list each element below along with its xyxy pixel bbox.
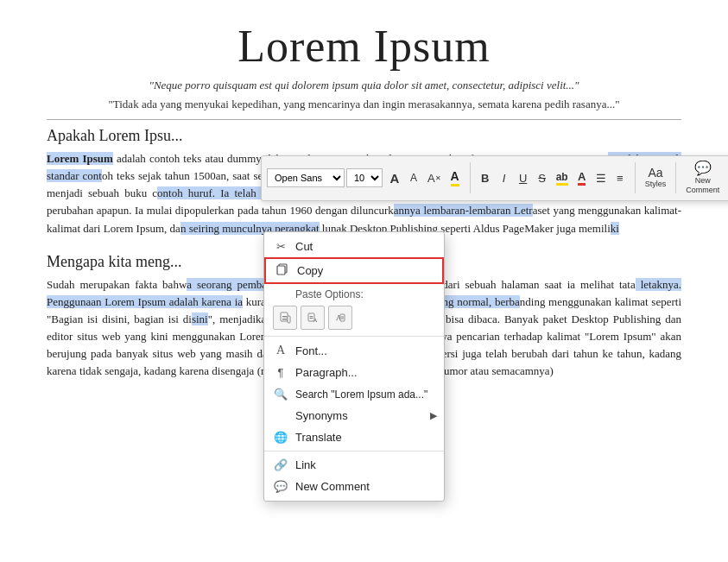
svg-text:A: A: [313, 318, 318, 323]
italic-button[interactable]: I: [496, 168, 513, 187]
svg-rect-11: [282, 319, 287, 320]
ctx-separator-1: [264, 336, 444, 337]
svg-rect-15: [310, 316, 313, 317]
context-menu-paragraph[interactable]: ¶ Paragraph...: [264, 362, 444, 383]
new-comment-button[interactable]: 💬 NewComment: [682, 160, 723, 197]
bullets-button[interactable]: ☰: [592, 168, 610, 187]
svg-rect-20: [341, 317, 344, 318]
context-menu-cut[interactable]: ✂ Cut: [264, 236, 444, 257]
font-size-select[interactable]: 10.5: [346, 168, 383, 187]
paste-keep-text-only[interactable]: A: [328, 306, 352, 330]
toolbar-divider-1: [470, 162, 471, 193]
svg-rect-9: [277, 266, 285, 275]
strikethrough-button[interactable]: S: [534, 168, 551, 187]
new-comment-ctx-label: New Comment: [295, 480, 370, 493]
new-comment-ctx-icon: 💬: [273, 480, 288, 493]
font-family-select[interactable]: Open Sans: [267, 168, 345, 187]
subtitle-normal: "Tidak ada yang menyukai kepedihan, yang…: [0, 94, 728, 113]
toolbar-divider-3: [675, 162, 676, 193]
context-menu-translate[interactable]: 🌐 Translate: [264, 426, 444, 448]
font-label: Font...: [295, 344, 327, 357]
new-comment-icon: 💬: [694, 161, 712, 175]
new-comment-label: NewComment: [686, 176, 719, 195]
page-title: Lorem Ipsum: [0, 0, 728, 77]
svg-rect-12: [282, 316, 287, 318]
subtitle-italic: "Neque porro quisquam est qui dolorem ip…: [0, 77, 728, 94]
search-label: Search "Lorem Ipsum ada...": [295, 388, 427, 401]
translate-icon: 🌐: [273, 431, 288, 444]
section-divider-1: [47, 119, 681, 120]
ctx-separator-2: [264, 451, 444, 451]
translate-label: Translate: [295, 431, 342, 444]
cut-label: Cut: [295, 240, 313, 253]
selected-bold-text: Lorem Ipsum: [47, 152, 113, 165]
svg-rect-19: [340, 314, 345, 321]
paste-keep-source[interactable]: [273, 306, 297, 330]
text-highlight-color-button[interactable]: A: [446, 168, 464, 187]
basic-formatting-section: B I U S ab A ☰ ≡: [477, 168, 629, 187]
styles-button[interactable]: Aa Styles: [642, 165, 670, 191]
svg-rect-13: [288, 316, 290, 323]
context-menu-copy[interactable]: Copy: [264, 257, 444, 284]
synonyms-arrow: ▶: [430, 410, 437, 421]
paste-merge-icon: A: [307, 312, 319, 324]
context-menu-link[interactable]: 🔗 Link: [264, 454, 444, 476]
paste-keep-source-icon: [279, 312, 291, 324]
styles-label: Styles: [645, 180, 667, 189]
toolbar-divider-2: [635, 162, 636, 193]
formatting-toolbar: Open Sans 10.5 A A A✕ A B I U S ab A ☰ ≡…: [261, 155, 728, 201]
copy-label: Copy: [297, 264, 323, 277]
paste-options-row: A A: [264, 302, 444, 333]
font-grow-button[interactable]: A: [386, 168, 403, 187]
copy-svg-icon: [276, 263, 288, 275]
svg-rect-16: [310, 318, 313, 319]
context-menu-font[interactable]: A Font...: [264, 339, 444, 362]
cut-icon: ✂: [273, 240, 288, 253]
numbering-button[interactable]: ≡: [611, 168, 629, 187]
highlight-button[interactable]: ab: [553, 168, 572, 187]
styles-icon: Aa: [648, 167, 662, 179]
link-label: Link: [295, 458, 316, 471]
synonyms-label: Synonyms: [295, 409, 348, 422]
paste-options-label-row: Paste Options:: [264, 284, 444, 302]
context-menu-search[interactable]: 🔍 Search "Lorem Ipsum ada...": [264, 383, 444, 405]
paste-merge-formatting[interactable]: A: [301, 306, 325, 330]
svg-rect-21: [341, 319, 344, 319]
section1-heading: Apakah Lorem Ipsu...: [47, 127, 681, 145]
search-icon: 🔍: [273, 388, 288, 401]
paste-text-icon: A: [334, 312, 346, 324]
font-color-button[interactable]: A: [573, 168, 591, 187]
link-icon: 🔗: [273, 458, 288, 471]
paste-options-label: Paste Options:: [295, 288, 364, 300]
font-size-grow-section: A A A✕ A: [386, 168, 464, 187]
copy-icon: [275, 263, 290, 278]
context-menu: ✂ Cut Copy Paste Options:: [263, 231, 445, 502]
font-family-section: Open Sans 10.5: [267, 168, 383, 187]
context-menu-synonyms[interactable]: Synonyms ▶: [264, 405, 444, 426]
bold-button[interactable]: B: [477, 168, 494, 187]
underline-button[interactable]: U: [515, 168, 532, 187]
font-icon: A: [273, 344, 288, 357]
clear-format-button[interactable]: A✕: [424, 168, 445, 187]
font-shrink-button[interactable]: A: [405, 168, 422, 187]
paragraph-label: Paragraph...: [295, 366, 358, 379]
context-menu-new-comment[interactable]: 💬 New Comment: [264, 476, 444, 497]
paragraph-icon: ¶: [273, 366, 288, 379]
